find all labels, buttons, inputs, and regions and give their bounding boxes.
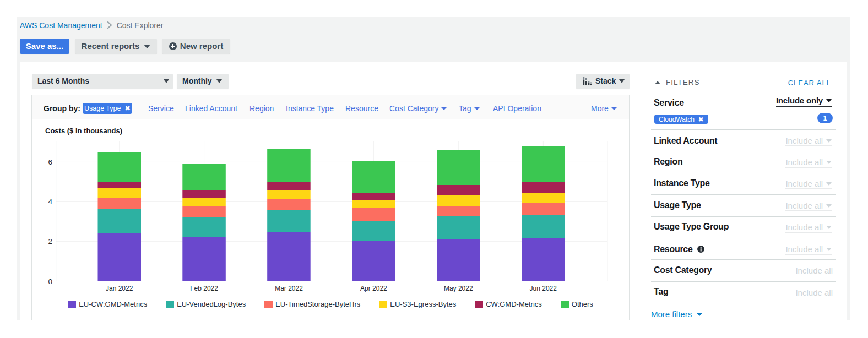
svg-text:Feb 2022: Feb 2022: [190, 285, 218, 292]
svg-text:Apr 2022: Apr 2022: [360, 285, 387, 292]
svg-text:Jan 2022: Jan 2022: [106, 285, 133, 292]
svg-text:Jun 2022: Jun 2022: [530, 285, 557, 292]
svg-text:May 2022: May 2022: [444, 285, 473, 292]
svg-text:4: 4: [48, 198, 52, 206]
svg-text:6: 6: [48, 158, 52, 166]
svg-text:2: 2: [48, 237, 52, 246]
svg-text:0: 0: [48, 277, 52, 286]
svg-text:Mar 2022: Mar 2022: [275, 285, 303, 292]
